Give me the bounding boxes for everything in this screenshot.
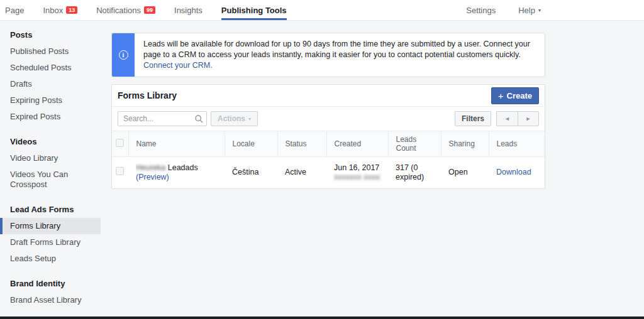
pagination: ◄ ►	[496, 111, 539, 126]
banner-icon-column: i	[112, 33, 135, 77]
nav-item-label: Insights	[174, 6, 203, 15]
banner-text: Leads will be available for download for…	[143, 40, 530, 59]
sidebar-header-posts: Posts	[0, 26, 101, 43]
notifications-count-badge: 99	[144, 6, 155, 14]
sidebar-item-expiring-posts[interactable]: Expiring Posts	[0, 92, 101, 109]
nav-item-insights[interactable]: Insights	[174, 0, 203, 20]
sidebar-header-brand-identity: Brand Identity	[0, 274, 101, 292]
form-name-redacted: Heureka	[136, 163, 165, 172]
cell-leads-count: 317 (0 expired)	[388, 157, 441, 188]
panel-title: Forms Library	[118, 90, 177, 100]
sidebar-item-brand-asset-library[interactable]: Brand Asset Library	[0, 292, 101, 308]
sidebar-item-expired-posts[interactable]: Expired Posts	[0, 109, 101, 125]
chevron-down-icon: ▾	[538, 8, 541, 13]
arrow-right-icon: ►	[526, 116, 531, 122]
panel-header: Forms Library + Create	[112, 85, 545, 107]
nav-item-settings[interactable]: Settings	[466, 0, 496, 20]
cell-status: Active	[277, 157, 326, 188]
sidebar-header-lead-ads-forms: Lead Ads Forms	[0, 200, 101, 218]
top-nav-right: Settings Help ▾	[443, 0, 541, 20]
inbox-count-badge: 13	[66, 6, 77, 14]
bottom-edge-bar	[0, 316, 644, 319]
top-nav-left: Page Inbox 13 Notifications 99 Insights …	[0, 0, 306, 20]
create-button-label: Create	[507, 91, 532, 100]
column-header-locale: Locale	[225, 131, 277, 157]
created-date: Jun 16, 2017 at…	[334, 163, 380, 173]
download-link[interactable]: Download	[496, 168, 531, 176]
leads-info-banner: i Leads will be available for download f…	[111, 33, 545, 77]
sidebar-item-draft-forms-library[interactable]: Draft Forms Library	[0, 234, 101, 251]
sidebar: Posts Published Posts Scheduled Posts Dr…	[0, 21, 101, 316]
nav-item-inbox[interactable]: Inbox 13	[43, 0, 77, 20]
created-by-redacted: xxxxxxx xxxxxxxxx	[334, 173, 380, 182]
cell-name: Heureka Leadads (Preview)	[128, 157, 225, 188]
column-header-status: Status	[277, 131, 326, 157]
create-button[interactable]: + Create	[491, 87, 539, 104]
nav-item-notifications[interactable]: Notifications 99	[96, 0, 155, 20]
column-header-leads: Leads	[489, 131, 545, 157]
forms-library-panel: Forms Library + Create Actions ▾ Filters	[111, 84, 545, 189]
column-header-leads-count: Leads Count	[388, 131, 441, 157]
search-wrap	[118, 111, 207, 126]
sidebar-item-published-posts[interactable]: Published Posts	[0, 43, 101, 60]
sidebar-header-videos: Videos	[0, 132, 101, 150]
sidebar-item-leads-setup[interactable]: Leads Setup	[0, 251, 101, 267]
cell-created: Jun 16, 2017 at… xxxxxxx xxxxxxxxx	[326, 157, 388, 188]
filters-button-label: Filters	[462, 114, 484, 123]
nav-item-label: Help	[518, 6, 535, 15]
table-header-row: Name Locale Status Created Leads Count S…	[112, 131, 545, 157]
nav-item-publishing-tools[interactable]: Publishing Tools	[221, 0, 287, 20]
search-input[interactable]	[118, 111, 207, 126]
select-all-checkbox[interactable]	[116, 139, 124, 147]
arrow-left-icon: ◄	[504, 116, 510, 122]
sidebar-group-brand-identity: Brand Identity Brand Asset Library	[0, 274, 101, 308]
sidebar-item-scheduled-posts[interactable]: Scheduled Posts	[0, 60, 101, 76]
info-icon: i	[119, 50, 128, 60]
cell-locale: Čeština	[225, 157, 277, 188]
nav-item-label: Settings	[466, 6, 496, 15]
nav-item-label: Notifications	[96, 6, 141, 15]
nav-item-label: Page	[5, 6, 24, 15]
column-header-sharing: Sharing	[441, 131, 489, 157]
filters-button[interactable]: Filters	[455, 111, 491, 126]
column-header-created: Created	[326, 131, 388, 157]
table-row: Heureka Leadads (Preview) Čeština Active…	[112, 157, 545, 188]
cell-sharing: Open	[441, 157, 489, 188]
nav-item-help[interactable]: Help ▾	[518, 0, 541, 20]
sidebar-item-video-library[interactable]: Video Library	[0, 150, 101, 166]
sidebar-group-posts: Posts Published Posts Scheduled Posts Dr…	[0, 26, 101, 125]
form-name: Leadads	[168, 163, 198, 172]
chevron-down-icon: ▾	[248, 116, 251, 122]
nav-item-page[interactable]: Page	[5, 0, 24, 20]
nav-item-label: Publishing Tools	[221, 6, 287, 15]
toolbar-right: Filters ◄ ►	[455, 111, 539, 126]
top-nav: Page Inbox 13 Notifications 99 Insights …	[0, 0, 644, 21]
plus-icon: +	[498, 90, 504, 101]
table-toolbar: Actions ▾ Filters ◄ ►	[112, 107, 545, 131]
next-page-button[interactable]: ►	[518, 111, 539, 126]
main-content: i Leads will be available for download f…	[111, 21, 545, 189]
connect-crm-link[interactable]: Connect your CRM.	[143, 60, 536, 71]
preview-link[interactable]: (Preview)	[136, 173, 169, 181]
actions-button[interactable]: Actions ▾	[211, 111, 258, 126]
sidebar-item-forms-library[interactable]: Forms Library	[0, 218, 101, 234]
sidebar-item-drafts[interactable]: Drafts	[0, 76, 101, 92]
banner-body: Leads will be available for download for…	[135, 33, 545, 77]
actions-button-label: Actions	[218, 114, 245, 123]
sidebar-group-lead-ads-forms: Lead Ads Forms Forms Library Draft Forms…	[0, 200, 101, 267]
forms-table: Name Locale Status Created Leads Count S…	[112, 131, 545, 188]
nav-item-label: Inbox	[43, 6, 63, 15]
row-checkbox[interactable]	[116, 167, 124, 175]
sidebar-group-videos: Videos Video Library Videos You Can Cros…	[0, 132, 101, 193]
sidebar-item-videos-you-can-crosspost[interactable]: Videos You Can Crosspost	[0, 166, 101, 193]
previous-page-button[interactable]: ◄	[496, 111, 518, 126]
column-header-name: Name	[128, 131, 225, 157]
search-icon	[195, 114, 203, 126]
